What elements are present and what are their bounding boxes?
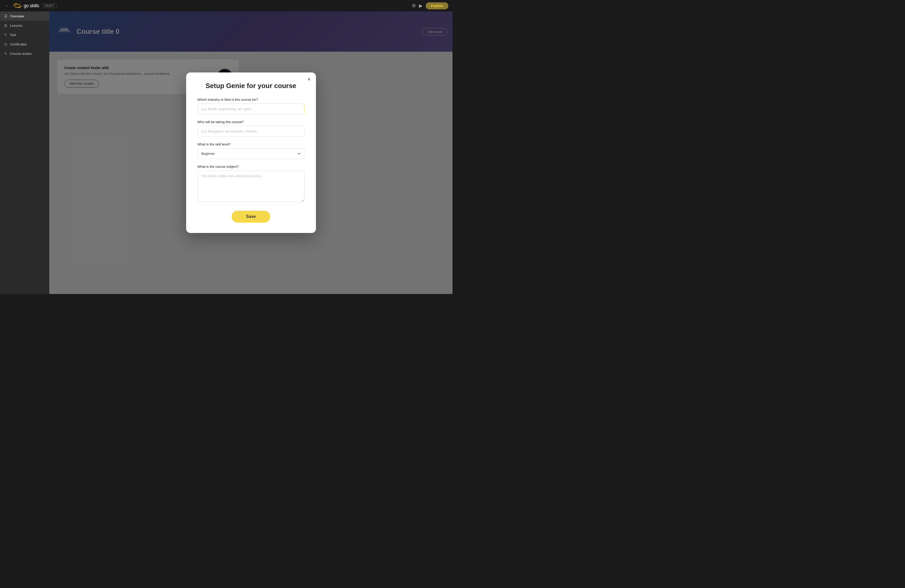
- overview-icon: ☰: [4, 14, 8, 18]
- sidebar-item-label: Overview: [10, 14, 24, 18]
- industry-form-group: Which industry or field is this course f…: [198, 98, 305, 114]
- sidebar-item-label: Course review: [10, 52, 32, 56]
- sidebar-item-overview[interactable]: ☰ Overview: [0, 11, 49, 21]
- draft-badge: DRAFT: [42, 4, 57, 8]
- modal-overlay[interactable]: × Setup Genie for your course Which indu…: [49, 11, 452, 294]
- industry-label: Which industry or field is this course f…: [198, 98, 305, 102]
- lessons-icon: ⊞: [4, 23, 7, 27]
- audience-form-group: Who will be taking this course?: [198, 120, 305, 137]
- sidebar: ☰ Overview ⊞ Lessons ✎ Test ◎ Certificat…: [0, 11, 49, 294]
- modal-title: Setup Genie for your course: [198, 82, 305, 90]
- certificates-icon: ◎: [4, 42, 7, 46]
- subject-label: What is the course subject?: [198, 165, 305, 168]
- skill-label: What is the skill level?: [198, 142, 305, 146]
- industry-input[interactable]: [198, 103, 305, 114]
- logo-icon: [13, 3, 22, 9]
- topbar-right: ⚙ ▶ Publish: [412, 2, 448, 10]
- sidebar-item-label: Certificates: [10, 42, 27, 46]
- course-review-icon: ✎: [4, 51, 7, 56]
- logo-text: go skills: [24, 3, 39, 9]
- logo-area: go skills: [13, 3, 39, 9]
- skill-form-group: What is the skill level? Beginner Interm…: [198, 142, 305, 159]
- audience-input[interactable]: [198, 126, 305, 137]
- topbar: ‹ go skills DRAFT ⚙ ▶ Publish: [0, 0, 452, 11]
- main-content: Course title 0 Edit cover Create content…: [49, 11, 452, 294]
- sidebar-item-label: Lessons: [10, 24, 22, 27]
- sidebar-item-lessons[interactable]: ⊞ Lessons: [0, 21, 49, 30]
- save-button[interactable]: Save: [232, 211, 270, 222]
- setup-genie-modal: × Setup Genie for your course Which indu…: [186, 73, 316, 233]
- topbar-left: ‹ go skills DRAFT: [4, 2, 57, 9]
- play-icon[interactable]: ▶: [419, 3, 422, 9]
- publish-button[interactable]: Publish: [426, 2, 448, 10]
- sidebar-item-course-review[interactable]: ✎ Course review: [0, 49, 49, 58]
- gear-icon[interactable]: ⚙: [412, 3, 416, 9]
- modal-close-button[interactable]: ×: [308, 76, 311, 82]
- sidebar-item-test[interactable]: ✎ Test: [0, 30, 49, 40]
- test-icon: ✎: [4, 33, 7, 37]
- audience-label: Who will be taking this course?: [198, 120, 305, 124]
- back-button[interactable]: ‹: [4, 2, 10, 9]
- skill-select[interactable]: Beginner Intermediate Advanced: [198, 148, 305, 159]
- sidebar-item-label: Test: [10, 33, 16, 37]
- sidebar-item-certificates[interactable]: ◎ Certificates: [0, 40, 49, 49]
- subject-textarea[interactable]: [198, 171, 305, 202]
- subject-form-group: What is the course subject?: [198, 165, 305, 203]
